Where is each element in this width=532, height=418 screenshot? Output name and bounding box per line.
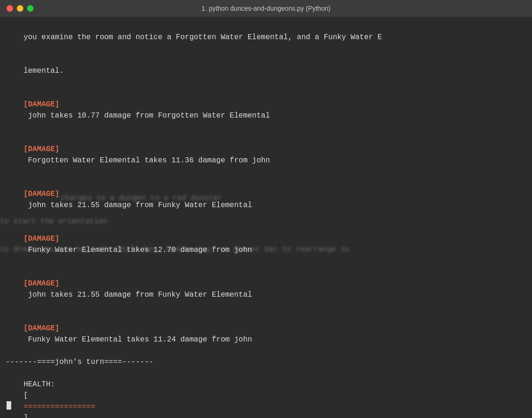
window-title: 1. python dunces-and-dungeons.py (Python…: [202, 5, 330, 12]
cursor: [6, 401, 11, 410]
traffic-lights: [7, 5, 34, 12]
title-bar: 1. python dunces-and-dungeons.py (Python…: [0, 0, 532, 17]
damage-tag-6: [DAMAGE]: [23, 324, 59, 333]
health-bar-line: HEALTH: [ ================ ]: [6, 368, 526, 418]
health-bracket-open: [: [23, 391, 28, 400]
terminal: you examine the room and notice a Forgot…: [0, 17, 532, 418]
close-button[interactable]: [7, 5, 13, 12]
damage-tag-1: [DAMAGE]: [23, 100, 59, 109]
blurred-text-3: to dream you can hold the Shift key, Spa…: [0, 245, 350, 254]
damage-text-2: Forgotten Water Elemental takes 11.36 da…: [23, 156, 270, 165]
health-bracket-close: ]: [23, 414, 28, 418]
damage-tag-5: [DAMAGE]: [23, 279, 59, 288]
turn-separator: -------====john's turn====-------: [6, 356, 526, 368]
damage-tag-4: [DAMAGE]: [23, 235, 59, 243]
examine-text: you examine the room and notice a Forgot…: [23, 33, 382, 42]
elemental-text: lemental.: [23, 67, 63, 75]
damage-line-4: [DAMAGE] Funky Water Elemental takes 12.…: [6, 222, 526, 267]
blurred-text-1: charges to a dungen to a red dunster: [61, 194, 222, 202]
damage-text-1: john takes 10.77 damage from Forgotten W…: [23, 111, 270, 120]
damage-line-6: [DAMAGE] Funky Water Elemental takes 11.…: [6, 312, 526, 356]
health-label: HEALTH:: [23, 380, 59, 389]
minimize-button[interactable]: [17, 5, 23, 12]
health-bar-fill: ================: [23, 403, 135, 411]
damage-line-5: [DAMAGE] john takes 21.55 damage from Fu…: [6, 267, 526, 312]
blurred-text-2: to start the orientation: [0, 217, 107, 226]
damage-tag-2: [DAMAGE]: [23, 145, 59, 153]
line-examine: you examine the room and notice a Forgot…: [6, 21, 526, 54]
damage-line-2: [DAMAGE] Forgotten Water Elemental takes…: [6, 132, 526, 177]
damage-text-6: Funky Water Elemental takes 11.24 damage…: [23, 335, 252, 344]
line-elemental: lemental.: [6, 54, 526, 88]
maximize-button[interactable]: [27, 5, 34, 12]
damage-line-1: [DAMAGE] john takes 10.77 damage from Fo…: [6, 88, 526, 132]
damage-text-5: john takes 21.55 damage from Funky Water…: [23, 291, 252, 299]
damage-tag-3: [DAMAGE]: [23, 190, 59, 198]
